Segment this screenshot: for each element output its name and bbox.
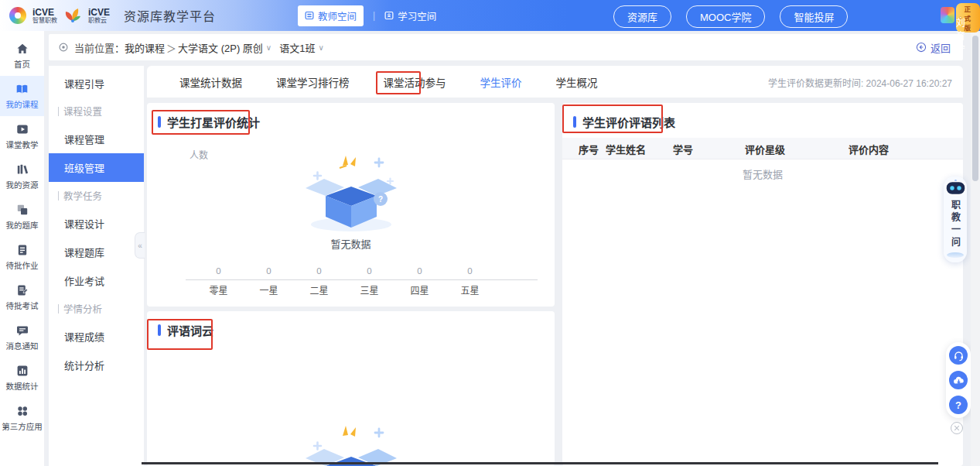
header-actions: 资源库 MOOC学院 智能投屏 — [613, 5, 848, 28]
breadcrumb-prefix: 当前位置： — [74, 40, 125, 55]
close-floating-pill-icon[interactable] — [951, 422, 963, 434]
chart-category: 0三星 — [344, 266, 394, 296]
chart-empty-state: ? 暂无数据 — [293, 148, 409, 251]
column-header-content: 评价内容 — [849, 138, 889, 159]
content-tab-bar: 课堂统计数据 课堂学习排行榜 课堂活动参与 学生评价 学生概况 学生评价数据更新… — [147, 66, 963, 98]
cloud-decoration — [947, 252, 964, 258]
logo-cluster: iCVE 智慧职教 iCVE 职教云 资源库教学平台 — [9, 6, 216, 25]
sidebar-item-data-statistics[interactable]: 数据统计 — [0, 358, 44, 398]
user-avatar[interactable] — [941, 7, 954, 23]
sidebar-item-classroom-teaching[interactable]: 课堂教学 — [0, 116, 44, 156]
chat-bubble-icon — [16, 324, 29, 337]
customer-service-button[interactable] — [949, 346, 968, 365]
table-empty-text: 暂无数据 — [562, 166, 963, 181]
sidebar-item-notifications[interactable]: 消息通知 — [0, 317, 44, 358]
smart-cast-button[interactable]: 智能投屏 — [780, 5, 848, 28]
tab-student-space[interactable]: 学习空间 — [384, 9, 436, 23]
brand2-sub: 职教云 — [88, 18, 110, 24]
star-rating-panel: 学生打星评价统计 人数 ? 暂无数据 0零星 0一星 — [147, 103, 555, 307]
sidebar-item-third-party-apps[interactable]: 第三方应用 — [0, 398, 44, 438]
space-switcher: 教师空间 | 学习空间 — [298, 0, 436, 31]
data-update-time: 学生评价数据更新时间: 2024-06-27 16:20:27 — [768, 66, 952, 98]
menu-item-statistical-analysis[interactable]: 统计分析 — [49, 351, 144, 379]
download-center-button[interactable] — [949, 371, 968, 389]
menu-item-course-management[interactable]: 课程管理 — [49, 125, 144, 153]
cloud-download-icon — [953, 375, 965, 386]
open-book-icon — [15, 83, 29, 95]
tab-activity-participation[interactable]: 课堂活动参与 — [384, 74, 446, 90]
chart-category: 0五星 — [445, 266, 495, 296]
chart-category: 0二星 — [294, 266, 344, 296]
column-header-name: 学生姓名 — [606, 138, 646, 159]
empty-state-text: 暂无数据 — [330, 236, 370, 251]
app-header: iCVE 智慧职教 iCVE 职教云 资源库教学平台 教师空间 — [0, 0, 980, 31]
comment-table-header: 序号 学生姓名 学号 评价星级 评价内容 — [562, 138, 963, 159]
sidebar-item-pending-exams[interactable]: 待批考试 — [0, 277, 44, 317]
tab-teacher-space[interactable]: 教师空间 — [298, 5, 364, 26]
breadcrumb-course-select[interactable]: 大学语文 (2P) 原创 — [178, 40, 263, 55]
help-button[interactable]: ? — [949, 396, 968, 414]
menu-collapse-handle[interactable]: « — [135, 232, 145, 259]
chart-category: 0一星 — [244, 266, 294, 296]
chevron-down-icon[interactable]: ∨ — [266, 43, 271, 52]
breadcrumb-bar: 当前位置： 我的课程 ＞ 大学语文 (2P) 原创 ∨ 语文1班 ∨ 返回 — [49, 34, 963, 60]
back-arrow-icon — [916, 42, 927, 53]
menu-item-course-grades[interactable]: 课程成绩 — [49, 322, 144, 351]
breadcrumb-class-select[interactable]: 语文1班 — [279, 40, 315, 55]
back-button[interactable]: 返回 — [916, 34, 951, 60]
breadcrumb-my-courses[interactable]: 我的课程 — [125, 40, 165, 55]
brand1-sub: 智慧职教 — [32, 18, 57, 24]
breadcrumb-separator: ＞ — [166, 40, 176, 55]
sidebar-item-home[interactable]: 首页 — [0, 36, 44, 76]
scrollbar-thumb[interactable] — [972, 36, 978, 181]
play-video-icon — [16, 123, 29, 135]
exam-paper-icon — [16, 284, 29, 296]
menu-item-homework-exam[interactable]: 作业考试 — [49, 266, 144, 295]
empty-box-illustration — [293, 418, 409, 466]
column-header-student-id: 学号 — [673, 138, 693, 159]
nav-divider: | — [373, 10, 375, 21]
wordcloud-empty-state — [293, 418, 409, 466]
empty-box-illustration: ? — [293, 148, 409, 235]
comment-list-panel: 学生评价评语列表 序号 学生姓名 学号 评价星级 评价内容 暂无数据 — [562, 103, 963, 466]
stacked-cards-icon — [16, 204, 29, 216]
bar-chart-icon — [16, 365, 29, 377]
sidebar-item-my-courses[interactable]: 我的课程 — [0, 76, 44, 116]
zjy-assistant-widget[interactable]: 职教一问 — [944, 176, 967, 262]
column-header-index: 序号 — [579, 138, 599, 159]
menu-item-course-question-bank[interactable]: 课程题库 — [49, 238, 144, 266]
icve-swirl-logo-icon — [9, 7, 26, 24]
icon-sidebar: 首页 我的课程 课堂教学 我的资源 我的题库 待批作业 待批考试 消息通知 — [0, 31, 44, 466]
books-icon — [16, 163, 29, 176]
chevron-down-icon[interactable]: ∨ — [318, 43, 323, 52]
menu-item-class-management[interactable]: 班级管理 — [49, 153, 144, 182]
robot-icon — [945, 179, 966, 197]
tab-student-overview[interactable]: 学生概况 — [556, 74, 598, 90]
menu-item-course-design[interactable]: 课程设计 — [49, 209, 144, 238]
tab-student-evaluation[interactable]: 学生评价 — [480, 74, 522, 90]
question-mark-icon: ? — [955, 399, 961, 411]
column-header-star-level: 评价星级 — [745, 138, 785, 159]
apps-grid-icon — [16, 405, 29, 417]
zjy-leaf-logo-icon — [63, 7, 82, 24]
floating-action-pill: ? — [946, 342, 971, 418]
menu-item-course-guide[interactable]: 课程引导 — [49, 69, 144, 98]
mooc-academy-button[interactable]: MOOC学院 — [686, 5, 765, 28]
comment-panel-title: 学生评价评语列表 — [573, 114, 675, 130]
sidebar-item-my-resources[interactable]: 我的资源 — [0, 156, 44, 197]
wordcloud-panel-title: 评语词云 — [158, 322, 213, 338]
tab-class-statistics[interactable]: 课堂统计数据 — [179, 74, 242, 90]
headset-icon — [953, 350, 965, 361]
wordcloud-panel: 评语词云 — [147, 311, 555, 466]
chart-category: 0四星 — [394, 266, 445, 296]
app-window: iCVE 智慧职教 iCVE 职教云 资源库教学平台 教师空间 — [0, 0, 980, 466]
sidebar-item-pending-homework[interactable]: 待批作业 — [0, 237, 44, 277]
bottom-window-edge — [142, 462, 938, 464]
tab-learning-ranking[interactable]: 课堂学习排行榜 — [276, 74, 350, 90]
svg-text:?: ? — [377, 195, 382, 204]
course-menu: 课程引导 课程设置 课程管理 班级管理 教学任务 课程设计 课程题库 作业考试 … — [49, 66, 144, 466]
platform-title: 资源库教学平台 — [124, 6, 216, 25]
chart-category: 0零星 — [193, 266, 244, 296]
sidebar-item-my-question-bank[interactable]: 我的题库 — [0, 197, 44, 237]
resource-library-button[interactable]: 资源库 — [613, 5, 671, 28]
